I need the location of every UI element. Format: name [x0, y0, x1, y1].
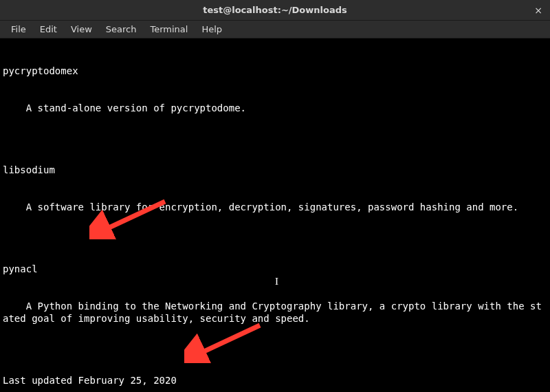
terminal-line: Last updated February 25, 2020 — [3, 374, 547, 386]
terminal-line: pycryptodomex — [3, 65, 547, 77]
menu-view[interactable]: View — [64, 23, 99, 36]
terminal-line: A stand-alone version of pycryptodome. — [3, 102, 547, 114]
text-cursor-icon: I — [275, 275, 278, 287]
menu-help[interactable]: Help — [195, 23, 229, 36]
close-icon: × — [534, 5, 542, 16]
menu-search[interactable]: Search — [99, 23, 144, 36]
terminal-line: A Python binding to the Networking and C… — [3, 300, 547, 325]
menu-terminal[interactable]: Terminal — [143, 23, 195, 36]
menu-file[interactable]: File — [4, 23, 33, 36]
terminal-viewport[interactable]: pycryptodomex A stand-alone version of p… — [0, 39, 550, 392]
close-button[interactable]: × — [532, 4, 544, 17]
terminal-line: pynacl — [3, 263, 547, 275]
menu-edit[interactable]: Edit — [33, 23, 64, 36]
terminal-line: A software library for encryption, decry… — [3, 201, 547, 213]
terminal-line: libsodium — [3, 164, 547, 176]
window-title: test@localhost:~/Downloads — [203, 5, 346, 15]
window-titlebar: test@localhost:~/Downloads × — [0, 0, 550, 21]
menubar: File Edit View Search Terminal Help — [0, 21, 550, 39]
